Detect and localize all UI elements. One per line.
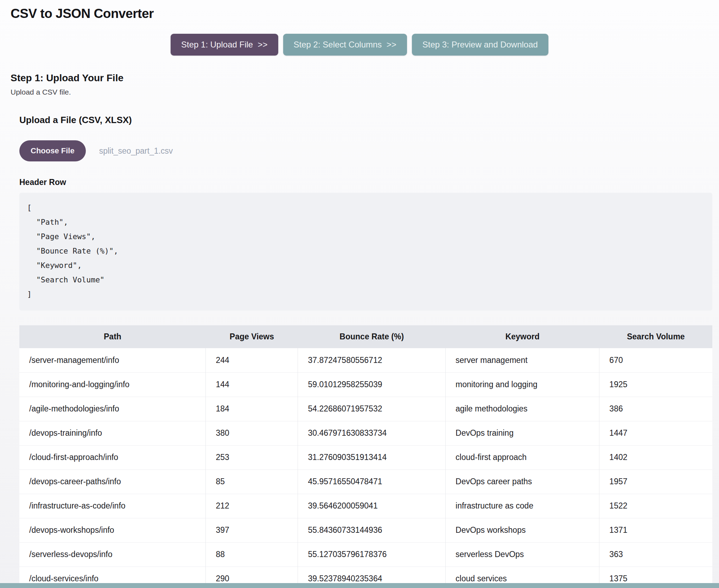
header-row-label: Header Row bbox=[19, 178, 708, 187]
table-header-row: Path Page Views Bounce Rate (%) Keyword … bbox=[19, 325, 712, 348]
table-cell: 1925 bbox=[599, 372, 712, 397]
table-cell: /cloud-first-approach/info bbox=[19, 445, 206, 469]
table-row: /devops-career-paths/info8545.9571655047… bbox=[19, 469, 712, 494]
table-cell: /server-management/info bbox=[19, 348, 206, 372]
table-cell: 184 bbox=[206, 397, 298, 421]
csv-preview-table: Path Page Views Bounce Rate (%) Keyword … bbox=[19, 325, 712, 588]
step-3-preview-download-button[interactable]: Step 3: Preview and Download bbox=[412, 34, 548, 56]
table-cell: 59.01012958255039 bbox=[298, 372, 446, 397]
step1-subheading: Upload a CSV file. bbox=[11, 88, 708, 96]
table-cell: /agile-methodologies/info bbox=[19, 397, 206, 421]
table-cell: 39.5646200059041 bbox=[298, 494, 446, 518]
table-cell: 380 bbox=[206, 421, 298, 445]
table-cell: 1447 bbox=[599, 421, 712, 445]
table-cell: 55.127035796178376 bbox=[298, 542, 446, 567]
step1-heading: Step 1: Upload Your File bbox=[11, 72, 708, 84]
table-cell: 363 bbox=[599, 542, 712, 567]
column-header-path: Path bbox=[19, 325, 206, 348]
table-cell: 397 bbox=[206, 518, 298, 542]
table-cell: 212 bbox=[206, 494, 298, 518]
table-row: /serverless-devops/info8855.127035796178… bbox=[19, 542, 712, 567]
wizard-steps: Step 1: Upload File >> Step 2: Select Co… bbox=[11, 34, 708, 56]
table-cell: DevOps career paths bbox=[446, 469, 599, 494]
table-cell: 85 bbox=[206, 469, 298, 494]
table-cell: cloud-first approach bbox=[446, 445, 599, 469]
table-row: /server-management/info24437.87247580556… bbox=[19, 348, 712, 372]
csv-to-json-converter-page: CSV to JSON Converter Step 1: Upload Fil… bbox=[0, 0, 719, 588]
table-cell: serverless DevOps bbox=[446, 542, 599, 567]
column-header-keyword: Keyword bbox=[446, 325, 599, 348]
uploader-section: Upload a File (CSV, XLSX) Choose File sp… bbox=[19, 115, 708, 588]
table-cell: /serverless-devops/info bbox=[19, 542, 206, 567]
table-cell: 386 bbox=[599, 397, 712, 421]
table-cell: /devops-career-paths/info bbox=[19, 469, 206, 494]
table-cell: DevOps workshops bbox=[446, 518, 599, 542]
table-cell: 1522 bbox=[599, 494, 712, 518]
table-cell: 31.276090351913414 bbox=[298, 445, 446, 469]
table-cell: monitoring and logging bbox=[446, 372, 599, 397]
table-cell: /devops-workshops/info bbox=[19, 518, 206, 542]
table-cell: /infrastructure-as-code/info bbox=[19, 494, 206, 518]
table-cell: 253 bbox=[206, 445, 298, 469]
table-cell: infrastructure as code bbox=[446, 494, 599, 518]
table-cell: server management bbox=[446, 348, 599, 372]
table-header: Path Page Views Bounce Rate (%) Keyword … bbox=[19, 325, 712, 348]
table-cell: 1957 bbox=[599, 469, 712, 494]
choose-file-button[interactable]: Choose File bbox=[19, 140, 86, 161]
table-row: /monitoring-and-logging/info14459.010129… bbox=[19, 372, 712, 397]
table-cell: 55.84360733144936 bbox=[298, 518, 446, 542]
table-cell: agile methodologies bbox=[446, 397, 599, 421]
table-cell: 244 bbox=[206, 348, 298, 372]
page-title: CSV to JSON Converter bbox=[11, 6, 708, 21]
upload-file-label: Upload a File (CSV, XLSX) bbox=[19, 115, 708, 126]
column-header-search-volume: Search Volume bbox=[599, 325, 712, 348]
table-cell: 45.95716550478471 bbox=[298, 469, 446, 494]
table-row: /cloud-first-approach/info25331.27609035… bbox=[19, 445, 712, 469]
table-cell: /devops-training/info bbox=[19, 421, 206, 445]
step-1-upload-file-button[interactable]: Step 1: Upload File >> bbox=[171, 34, 278, 56]
header-row-json-preview: [ "Path", "Page Views", "Bounce Rate (%)… bbox=[19, 193, 712, 311]
file-input-row: Choose File split_seo_part_1.csv bbox=[19, 140, 708, 161]
bottom-accent-strip bbox=[0, 583, 719, 588]
table-cell: /monitoring-and-logging/info bbox=[19, 372, 206, 397]
table-row: /infrastructure-as-code/info21239.564620… bbox=[19, 494, 712, 518]
table-cell: 670 bbox=[599, 348, 712, 372]
step-2-select-columns-button[interactable]: Step 2: Select Columns >> bbox=[283, 34, 407, 56]
table-cell: 37.87247580556712 bbox=[298, 348, 446, 372]
table-row: /agile-methodologies/info18454.226860719… bbox=[19, 397, 712, 421]
table-body: /server-management/info24437.87247580556… bbox=[19, 348, 712, 588]
column-header-bounce-rate: Bounce Rate (%) bbox=[298, 325, 446, 348]
table-cell: DevOps training bbox=[446, 421, 599, 445]
table-cell: 54.22686071957532 bbox=[298, 397, 446, 421]
table-cell: 88 bbox=[206, 542, 298, 567]
table-row: /devops-training/info38030.4679716308337… bbox=[19, 421, 712, 445]
table-cell: 1402 bbox=[599, 445, 712, 469]
table-row: /devops-workshops/info39755.843607331449… bbox=[19, 518, 712, 542]
table-cell: 30.467971630833734 bbox=[298, 421, 446, 445]
table-cell: 1371 bbox=[599, 518, 712, 542]
table-cell: 144 bbox=[206, 372, 298, 397]
column-header-page-views: Page Views bbox=[206, 325, 298, 348]
selected-file-name: split_seo_part_1.csv bbox=[99, 146, 173, 156]
